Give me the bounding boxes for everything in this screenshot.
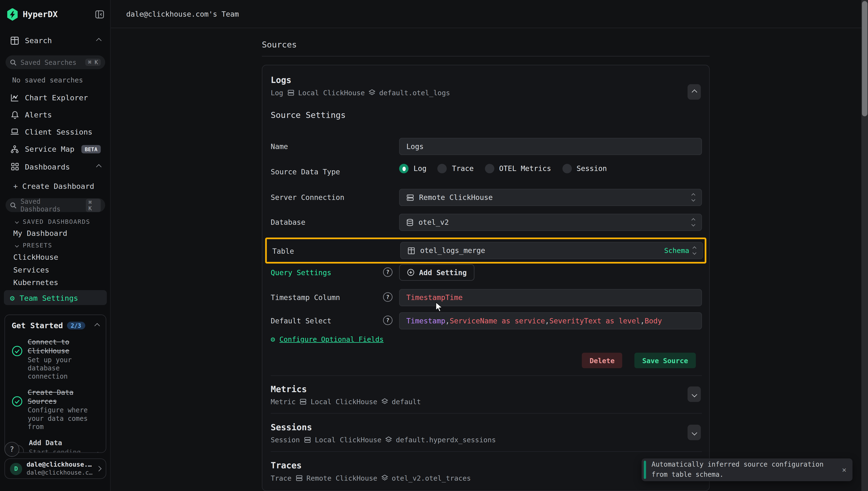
page-title: Sources bbox=[262, 40, 297, 50]
default-select-label: Default Select bbox=[271, 317, 332, 325]
sidebar-item-services[interactable]: Services bbox=[13, 265, 49, 274]
scrollbar-track[interactable] bbox=[861, 0, 868, 491]
scrollbar-thumb[interactable] bbox=[862, 1, 868, 116]
radio-icon[interactable] bbox=[485, 164, 494, 173]
meta-table: default.otel_logs bbox=[379, 88, 450, 97]
save-source-button[interactable]: Save Source bbox=[635, 353, 696, 368]
database-label: Database bbox=[271, 218, 305, 227]
collapse-logs-button[interactable] bbox=[688, 84, 701, 99]
sidebar-item-dashboards[interactable]: Dashboards bbox=[0, 160, 111, 173]
help-icon[interactable]: ? bbox=[383, 292, 392, 302]
sidebar-item-search[interactable]: Search bbox=[0, 34, 111, 47]
saved-dashboards-group[interactable]: SAVED DASHBOARDS bbox=[16, 218, 90, 226]
divider bbox=[271, 375, 702, 376]
avatar: D bbox=[10, 463, 22, 475]
name-label: Name bbox=[271, 142, 288, 150]
radio-icon[interactable] bbox=[562, 164, 572, 173]
source-settings-title: Source Settings bbox=[271, 110, 346, 120]
app-title: HyperDX bbox=[23, 9, 91, 19]
sidebar-item-clickhouse[interactable]: ClickHouse bbox=[13, 253, 58, 261]
chevron-up-icon[interactable] bbox=[94, 323, 100, 328]
database-select[interactable]: otel_v2 bbox=[399, 214, 702, 231]
gear-icon: ⚙ bbox=[10, 294, 14, 301]
logs-actions: Delete Save Source bbox=[582, 353, 696, 368]
select-chevrons-icon bbox=[692, 219, 695, 226]
server-icon bbox=[406, 194, 414, 201]
presets-group[interactable]: PRESETS bbox=[16, 242, 52, 249]
user-email: dale@clickhouse.c… bbox=[27, 469, 92, 476]
metrics-meta: Metric Local ClickHouse default bbox=[271, 398, 421, 406]
sidebar-item-client-sessions[interactable]: Client Sessions bbox=[0, 125, 111, 138]
divider bbox=[271, 413, 702, 413]
radio-log[interactable]: Log bbox=[399, 164, 426, 173]
server-connection-label: Server Connection bbox=[271, 193, 345, 201]
saved-searches-input[interactable]: Saved Searches ⌘ K bbox=[5, 55, 105, 69]
radio-icon[interactable] bbox=[438, 164, 447, 173]
metrics-section-title: Metrics bbox=[271, 384, 307, 394]
step-title: Connect to ClickHouse bbox=[28, 338, 99, 355]
table-diamond-icon bbox=[369, 89, 376, 96]
expand-metrics-button[interactable] bbox=[688, 386, 701, 402]
add-setting-button[interactable]: Add Setting bbox=[399, 264, 474, 281]
saved-dashboards-input[interactable]: Saved Dashboards ⌘ K bbox=[5, 198, 105, 212]
get-started-step-connect[interactable]: Connect to ClickHouse Set up your databa… bbox=[11, 338, 99, 380]
shortcut-badge: ⌘ K bbox=[86, 199, 101, 212]
sidebar-item-label: Client Sessions bbox=[25, 127, 101, 136]
chevron-up-icon[interactable] bbox=[96, 164, 101, 170]
toast-message: Automatically inferred source configurat… bbox=[646, 460, 836, 480]
default-select-input[interactable]: Timestamp, ServiceName as service, Sever… bbox=[399, 312, 702, 329]
step-desc: Start sending logs, metrics, or traces bbox=[29, 448, 90, 453]
search-icon bbox=[10, 59, 17, 66]
sidebar-item-my-dashboard[interactable]: My Dashboard bbox=[13, 229, 67, 237]
help-icon[interactable]: ? bbox=[383, 267, 392, 277]
sidebar-item-kubernetes[interactable]: Kubernetes bbox=[13, 278, 58, 287]
server-connection-select[interactable]: Remote ClickHouse bbox=[399, 189, 702, 206]
collapse-sidebar-icon[interactable] bbox=[95, 10, 104, 19]
server-icon bbox=[304, 436, 311, 443]
table-diamond-icon bbox=[381, 398, 388, 405]
sidebar-item-label: Dashboards bbox=[25, 162, 91, 171]
hyperdx-app: HyperDX Search Save bbox=[0, 0, 868, 491]
dashboards-icon bbox=[10, 163, 19, 171]
server-icon bbox=[287, 89, 294, 96]
help-button[interactable]: ? bbox=[4, 442, 19, 457]
chevron-up-icon[interactable] bbox=[96, 38, 101, 43]
expand-sessions-button[interactable] bbox=[688, 425, 701, 440]
sidebar-item-service-map[interactable]: Service Map BETA bbox=[0, 142, 111, 155]
get-started-step-add-data[interactable]: 3 Add Data Start sending logs, metrics, … bbox=[11, 439, 99, 453]
get-started-step-sources[interactable]: Create Data Sources Configure where your… bbox=[11, 388, 99, 431]
close-icon[interactable]: ✕ bbox=[836, 466, 852, 474]
radio-session[interactable]: Session bbox=[562, 164, 607, 173]
name-input[interactable]: Logs bbox=[399, 138, 702, 155]
search-icon bbox=[10, 202, 17, 209]
sidebar-item-alerts[interactable]: Alerts bbox=[0, 108, 111, 121]
user-name: dale@clickhouse.… bbox=[27, 461, 92, 469]
sidebar-item-team-settings[interactable]: ⚙ Team Settings bbox=[4, 290, 107, 305]
divider bbox=[262, 56, 710, 56]
radio-trace[interactable]: Trace bbox=[438, 164, 474, 173]
step-title: Add Data bbox=[29, 439, 90, 447]
delete-button[interactable]: Delete bbox=[582, 353, 622, 368]
schema-link[interactable]: Schema bbox=[664, 247, 689, 255]
table-label: Table bbox=[272, 247, 294, 255]
radio-otel-metrics[interactable]: OTEL Metrics bbox=[485, 164, 551, 173]
divider bbox=[271, 451, 702, 452]
timestamp-column-input[interactable]: TimestampTime bbox=[399, 289, 702, 306]
source-data-type-label: Source Data Type bbox=[271, 168, 340, 176]
logs-section-title: Logs bbox=[271, 75, 292, 85]
progress-badge: 2/3 bbox=[67, 322, 85, 329]
step-desc: Set up your database connection bbox=[28, 356, 99, 380]
toast-notification: Automatically inferred source configurat… bbox=[641, 458, 852, 481]
sidebar-item-chart-explorer[interactable]: Chart Explorer bbox=[0, 91, 111, 104]
configure-optional-fields-link[interactable]: ⚙ Configure Optional Fields bbox=[271, 335, 384, 343]
sidebar-item-label: Search bbox=[25, 36, 91, 45]
sidebar: HyperDX Search Save bbox=[0, 0, 111, 491]
chevron-right-icon bbox=[96, 466, 101, 471]
get-started-title: Get Started bbox=[11, 321, 63, 330]
create-dashboard-button[interactable]: + Create Dashboard bbox=[13, 181, 94, 191]
step-desc: Configure where your data comes from bbox=[28, 407, 99, 431]
help-icon[interactable]: ? bbox=[383, 316, 392, 325]
radio-selected-icon[interactable] bbox=[399, 164, 409, 173]
table-select[interactable]: otel_logs_merge Schema bbox=[400, 242, 703, 259]
user-menu[interactable]: D dale@clickhouse.… dale@clickhouse.c… bbox=[4, 458, 106, 479]
